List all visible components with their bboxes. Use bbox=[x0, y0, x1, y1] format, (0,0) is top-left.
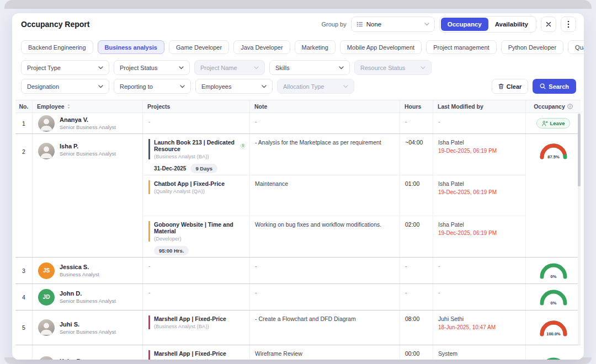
employee-name: Ananya V. bbox=[60, 116, 116, 123]
occupancy-cell: 0% bbox=[525, 258, 581, 283]
last-modified-cell: System23-Oct-2025, 09:00 AM bbox=[433, 345, 525, 360]
kebab-menu-icon bbox=[567, 20, 570, 28]
column-header-projects[interactable]: Projects bbox=[142, 100, 249, 113]
table-row: 6Kaira B.Senior Business AnalystMarshell… bbox=[15, 345, 581, 360]
filter-allocation-type[interactable]: Allocation Type bbox=[277, 79, 354, 94]
chevron-down-icon bbox=[98, 85, 103, 88]
filter-designation[interactable]: Designation bbox=[21, 79, 109, 94]
empty-value: - bbox=[438, 263, 521, 269]
project-meta: 95:00 Hrs. bbox=[154, 246, 245, 255]
employee-name: Isha P. bbox=[60, 143, 116, 149]
project-name-row: Marshell App | Fixed-Price bbox=[154, 350, 245, 357]
row-entries: ---- bbox=[142, 258, 525, 283]
column-header-hours[interactable]: Hours bbox=[400, 100, 433, 113]
chevron-down-icon bbox=[424, 23, 429, 26]
column-header-note[interactable]: Note bbox=[249, 100, 400, 113]
search-button-label: Search bbox=[549, 83, 569, 90]
project-name: Launch Book 213 | Dedicated Resource bbox=[154, 139, 238, 152]
column-header-last-modified-by[interactable]: Last Modified by bbox=[433, 100, 525, 113]
empty-value: - bbox=[255, 263, 394, 269]
modified-by-name: Isha Patel bbox=[438, 221, 521, 228]
column-header-label: Employee bbox=[37, 103, 65, 110]
note-cell: Wireframe Review bbox=[249, 345, 400, 360]
project-block: Marshell App | Fixed-Price(Project Manag… bbox=[148, 350, 245, 360]
clear-button[interactable]: Clear bbox=[492, 79, 529, 94]
column-header-label: No. bbox=[19, 103, 29, 110]
tab-java-developer[interactable]: Java Developer bbox=[233, 40, 290, 54]
occupancy-value: 0% bbox=[550, 274, 556, 279]
vertical-scrollbar-thumb[interactable] bbox=[578, 114, 581, 186]
svg-text:$: $ bbox=[242, 144, 243, 147]
modified-at-time: 18-Jun-2025, 10:47 AM bbox=[438, 324, 521, 330]
empty-value: - bbox=[438, 289, 521, 296]
employee-title: Business Analyst bbox=[60, 271, 99, 277]
tab-quality-assurance[interactable]: Quality Assurance bbox=[568, 40, 584, 54]
toggle-occupancy[interactable]: Occupancy bbox=[441, 18, 488, 31]
sort-icon bbox=[67, 104, 71, 109]
filter-label: Allocation Type bbox=[283, 83, 324, 90]
filter-skills[interactable]: Skills bbox=[269, 60, 350, 75]
close-button[interactable] bbox=[541, 17, 556, 32]
hours-value: 08:00 bbox=[405, 315, 428, 322]
filter-label: Reporting to bbox=[120, 83, 153, 90]
column-header-no[interactable]: No. bbox=[15, 100, 32, 113]
panel-header: Occupancy Report Group by None Occupancy… bbox=[12, 13, 584, 35]
project-entry: Marshell App | Fixed-Price(Project Manag… bbox=[142, 345, 525, 360]
filter-employees[interactable]: Employees bbox=[195, 79, 273, 94]
group-by-value: None bbox=[366, 21, 421, 28]
tab-game-developer[interactable]: Game Developer bbox=[169, 40, 229, 54]
empty-value: - bbox=[148, 289, 245, 296]
more-options-button[interactable] bbox=[561, 17, 576, 32]
search-button[interactable]: Search bbox=[533, 79, 576, 94]
chevron-down-icon bbox=[98, 66, 103, 69]
note-cell: - bbox=[249, 284, 400, 310]
filter-project-status[interactable]: Project Status bbox=[114, 60, 190, 75]
avatar bbox=[38, 319, 55, 336]
modified-by-name: Isha Patel bbox=[438, 180, 521, 187]
column-header-occupancy[interactable]: Occupancy bbox=[525, 100, 581, 113]
occupancy-gauge: 87.5% bbox=[539, 142, 568, 160]
project-role: (Developer) bbox=[154, 235, 245, 242]
row-number: 6 bbox=[15, 345, 32, 360]
occupancy-cell: 87.5% bbox=[525, 134, 581, 257]
last-modified-cell: Isha Patel19-Dec-2025, 06:19 PM bbox=[433, 134, 525, 175]
empty-value: - bbox=[148, 118, 245, 125]
filter-resource-status[interactable]: Resource Status bbox=[354, 60, 432, 75]
employee-cell: Isha P.Senior Business Analyst bbox=[32, 134, 142, 257]
occupancy-report-panel: Occupancy Report Group by None Occupancy… bbox=[12, 13, 584, 360]
modified-at-time: 19-Dec-2025, 06:19 PM bbox=[438, 189, 521, 195]
column-header-label: Note bbox=[254, 103, 267, 110]
chevron-down-icon bbox=[254, 66, 259, 69]
project-block: Chatbot App | Fixed-Price(Quality Analys… bbox=[148, 180, 245, 194]
project-entry: Launch Book 213 | Dedicated Resource$(Bu… bbox=[142, 134, 525, 175]
table-row: 5Juhi S.Senior Business AnalystMarshell … bbox=[15, 311, 581, 345]
modified-at-time: 19-Dec-2025, 06:19 PM bbox=[438, 148, 521, 154]
column-header-employee[interactable]: Employee bbox=[32, 100, 142, 113]
table-row: 3JSJessica S.Business Analyst---- 0% bbox=[15, 258, 581, 284]
project-role: (Business Analyst (BA)) bbox=[154, 323, 245, 329]
occupancy-cell: 0% bbox=[525, 284, 581, 310]
employee-name: John D. bbox=[60, 290, 116, 297]
project-entry: Goboony Website | Time and Material(Deve… bbox=[142, 216, 525, 257]
tab-python-developer[interactable]: Python Developer bbox=[501, 40, 563, 54]
filter-project-name[interactable]: Project Name bbox=[194, 60, 265, 75]
note-cell: - Create a Flowchart and DFD Diagram bbox=[249, 311, 400, 345]
employee-info: Jessica S.Business Analyst bbox=[60, 264, 99, 277]
tab-project-management[interactable]: Project management bbox=[426, 40, 497, 54]
tab-backend-engineering[interactable]: Backend Engineering bbox=[21, 40, 93, 54]
column-header-label: Occupancy bbox=[534, 103, 565, 110]
trash-icon bbox=[498, 83, 504, 89]
project-name-row: Launch Book 213 | Dedicated Resource$ bbox=[154, 139, 245, 152]
filter-project-type[interactable]: Project Type bbox=[21, 60, 109, 75]
employee-info: Ananya V.Senior Business Analyst bbox=[60, 116, 116, 130]
filter-reporting-to[interactable]: Reporting to bbox=[114, 79, 191, 94]
project-role: (Quality Analyst (QA)) bbox=[154, 188, 245, 194]
hours-cell: - bbox=[400, 113, 433, 133]
occupancy-gauge: 0% bbox=[539, 261, 568, 280]
toggle-availability[interactable]: Availability bbox=[488, 18, 535, 31]
tab-mobile-app-development[interactable]: Mobile App Development bbox=[340, 40, 422, 54]
tab-business-analysis[interactable]: Business analysis bbox=[98, 40, 164, 54]
tab-marketing[interactable]: Marketing bbox=[295, 40, 336, 54]
group-by-select[interactable]: None bbox=[351, 17, 435, 32]
occupancy-value: 100.0% bbox=[546, 331, 561, 336]
